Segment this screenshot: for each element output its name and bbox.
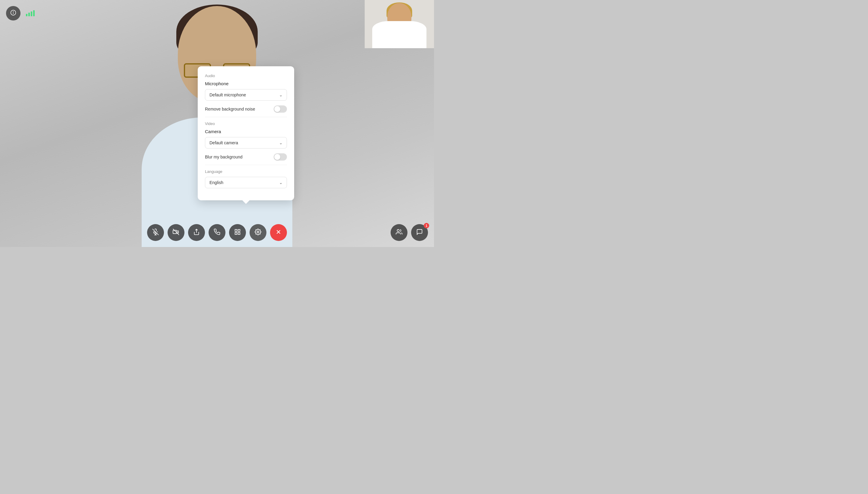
top-left-controls — [6, 6, 36, 20]
signal-bar-4 — [33, 10, 35, 16]
settings-button[interactable] — [250, 224, 266, 241]
microphone-dropdown[interactable]: Default microphone Built-in Microphone E… — [205, 89, 287, 101]
microphone-field-label: Microphone — [205, 81, 287, 86]
chat-badge: 1 — [424, 223, 429, 228]
video-icon — [173, 229, 179, 237]
video-section-label: Video — [205, 121, 287, 126]
end-call-button[interactable] — [270, 224, 287, 241]
blur-background-label: Blur my background — [205, 154, 243, 159]
camera-dropdown-wrapper: Default camera Built-in Camera External … — [205, 137, 287, 149]
participants-icon — [396, 229, 402, 237]
svg-rect-10 — [238, 229, 240, 231]
mute-button[interactable] — [147, 224, 164, 241]
remove-noise-label: Remove background noise — [205, 107, 255, 111]
end-call-icon — [275, 229, 282, 237]
grid-icon — [234, 229, 241, 237]
layout-button[interactable] — [229, 224, 246, 241]
signal-bar-2 — [28, 13, 30, 16]
svg-point-13 — [257, 231, 259, 233]
audio-video-divider — [205, 117, 287, 117]
remove-noise-toggle[interactable] — [274, 106, 287, 113]
self-view — [365, 0, 434, 48]
signal-bar-3 — [31, 12, 32, 16]
remove-noise-row: Remove background noise — [205, 106, 287, 113]
info-button[interactable] — [6, 6, 20, 20]
blur-background-toggle[interactable] — [274, 153, 287, 160]
microphone-dropdown-wrapper: Default microphone Built-in Microphone E… — [205, 89, 287, 101]
svg-rect-11 — [238, 232, 240, 234]
signal-bar-1 — [26, 14, 27, 16]
sv-body — [372, 21, 426, 48]
svg-line-6 — [173, 229, 179, 235]
participants-button[interactable] — [391, 224, 407, 241]
gear-icon — [255, 229, 261, 237]
share-icon — [193, 229, 200, 237]
mute-icon — [152, 229, 159, 237]
blur-background-row: Blur my background — [205, 153, 287, 160]
video-language-divider — [205, 165, 287, 165]
chat-icon — [416, 229, 423, 237]
self-view-person — [369, 0, 429, 48]
call-button[interactable] — [208, 224, 225, 241]
settings-panel: Audio Microphone Default microphone Buil… — [198, 66, 294, 200]
svg-rect-9 — [235, 229, 237, 231]
language-dropdown[interactable]: English Spanish French German Japanese — [205, 177, 287, 188]
video-toggle-button[interactable] — [168, 224, 184, 241]
svg-rect-12 — [235, 232, 237, 234]
chat-button-wrapper: 1 — [411, 224, 428, 241]
camera-dropdown[interactable]: Default camera Built-in Camera External … — [205, 137, 287, 149]
share-button[interactable] — [188, 224, 205, 241]
svg-point-16 — [397, 229, 399, 231]
language-dropdown-wrapper: English Spanish French German Japanese ⌄ — [205, 177, 287, 188]
bottom-right-controls: 1 — [391, 224, 428, 241]
info-icon — [10, 10, 16, 17]
camera-field-label: Camera — [205, 129, 287, 134]
audio-section-label: Audio — [205, 74, 287, 78]
phone-icon — [214, 229, 220, 237]
signal-bars — [24, 8, 36, 18]
bottom-toolbar — [0, 224, 434, 241]
language-section-label: Language — [205, 169, 287, 174]
